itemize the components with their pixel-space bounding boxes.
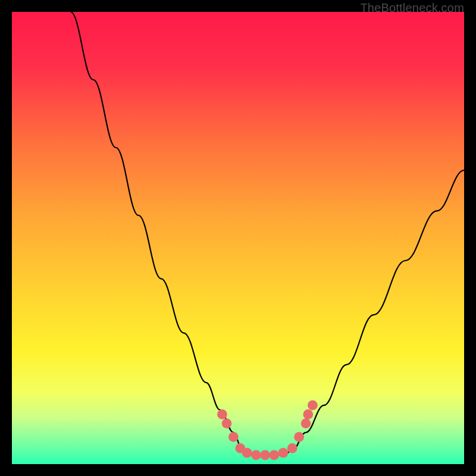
chart-frame: TheBottleneck.com [0, 0, 476, 476]
bottleneck-curve-right [292, 170, 464, 450]
highlight-marker [308, 400, 318, 411]
highlight-marker [303, 409, 313, 419]
highlight-marker [269, 450, 279, 460]
highlight-marker [242, 448, 252, 458]
curves-layer [12, 12, 464, 464]
bottleneck-curve-left [71, 12, 243, 450]
highlight-marker [301, 418, 311, 428]
highlight-marker [260, 450, 270, 460]
highlight-marker [278, 448, 289, 458]
highlight-marker [228, 432, 239, 442]
plot-area [12, 12, 464, 464]
highlight-marker [294, 432, 304, 442]
highlight-marker [287, 443, 298, 453]
highlight-marker [222, 418, 232, 428]
highlight-marker [251, 450, 261, 460]
highlight-marker [217, 409, 227, 419]
watermark-text: TheBottleneck.com [360, 1, 464, 15]
